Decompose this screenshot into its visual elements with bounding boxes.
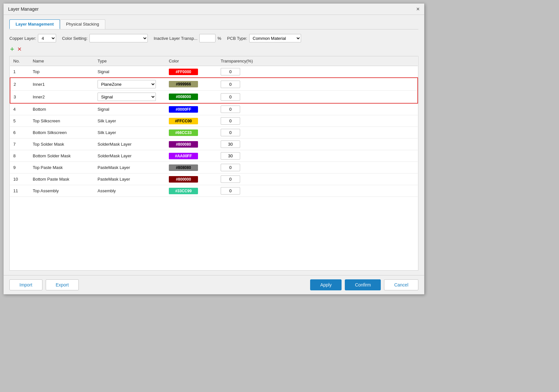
color-badge[interactable]: #008000	[169, 94, 198, 100]
color-setting-select[interactable]	[89, 34, 148, 42]
cell-color[interactable]: #AA00FF	[166, 150, 217, 162]
tab-physical-stacking[interactable]: Physical Stacking	[60, 19, 105, 29]
table-row: 1TopSignal#FF0000	[10, 66, 418, 78]
cell-type: SolderMask Layer	[94, 139, 166, 150]
cell-type: Signal	[94, 66, 166, 78]
cell-no: 5	[10, 115, 29, 127]
export-button[interactable]: Export	[46, 279, 79, 290]
pcb-type-label: PCB Type:	[227, 36, 247, 41]
color-badge[interactable]: #0000FF	[169, 106, 198, 113]
dialog-title: Layer Manager	[8, 6, 39, 12]
apply-button[interactable]: Apply	[310, 279, 342, 290]
color-badge[interactable]: #800000	[169, 176, 198, 183]
cell-no: 6	[10, 127, 29, 139]
color-badge[interactable]: #999966	[169, 81, 198, 87]
layer-manager-dialog: Layer Manager × Layer Management Physica…	[3, 3, 425, 295]
cell-transparency[interactable]	[217, 174, 418, 185]
table-row: 8Bottom Solder MaskSolderMask Layer#AA00…	[10, 150, 418, 162]
pcb-type-group: PCB Type: Common Material High Frequency…	[227, 34, 301, 42]
footer-left: Import Export	[9, 279, 79, 290]
delete-layer-button[interactable]: ×	[17, 46, 22, 53]
tab-layer-management[interactable]: Layer Management	[9, 19, 60, 29]
cell-transparency[interactable]	[217, 115, 418, 127]
table-row: 3Inner2SignalPlaneZoneSilk LayerSolderMa…	[10, 91, 418, 104]
cell-color[interactable]: #66CC33	[166, 127, 217, 139]
transparency-input[interactable]	[221, 164, 240, 171]
table-row: 2Inner1SignalPlaneZoneSilk LayerSolderMa…	[10, 78, 418, 91]
inactive-layer-label: Inactive Layer Transp...	[154, 36, 197, 41]
transparency-input[interactable]	[221, 106, 240, 113]
cell-transparency[interactable]	[217, 162, 418, 174]
transparency-input[interactable]	[221, 175, 240, 183]
cell-transparency[interactable]	[217, 150, 418, 162]
cell-transparency[interactable]	[217, 91, 418, 104]
cell-color[interactable]: #800080	[166, 139, 217, 150]
cancel-button[interactable]: Cancel	[384, 279, 418, 290]
controls-row: Copper Layer: 4 2 6 8 Color Setting: Ina…	[9, 34, 418, 42]
transparency-input[interactable]	[221, 93, 240, 101]
inactive-layer-group: Inactive Layer Transp... 50 %	[154, 34, 221, 42]
import-button[interactable]: Import	[9, 279, 42, 290]
cell-no: 4	[10, 103, 29, 115]
col-transparency: Transparency(%)	[217, 56, 418, 66]
type-select[interactable]: SignalPlaneZoneSilk LayerSolderMask Laye…	[98, 80, 156, 88]
transparency-input[interactable]	[221, 187, 240, 195]
cell-color[interactable]: #008000	[166, 91, 217, 104]
table-row: 6Bottom SilkscreenSilk Layer#66CC33	[10, 127, 418, 139]
dialog-body: Layer Management Physical Stacking Coppe…	[4, 15, 424, 275]
cell-color[interactable]: #FFCC00	[166, 115, 217, 127]
cell-name: Top Solder Mask	[29, 139, 94, 150]
cell-transparency[interactable]	[217, 185, 418, 197]
cell-transparency[interactable]	[217, 103, 418, 115]
cell-color[interactable]: #808080	[166, 162, 217, 174]
transparency-input[interactable]	[221, 140, 240, 148]
cell-name: Bottom Silkscreen	[29, 127, 94, 139]
cell-type[interactable]: SignalPlaneZoneSilk LayerSolderMask Laye…	[94, 78, 166, 91]
title-bar: Layer Manager ×	[4, 4, 424, 15]
copper-layer-label: Copper Layer:	[9, 36, 36, 41]
cell-no: 3	[10, 91, 29, 104]
add-layer-button[interactable]: +	[9, 46, 15, 53]
confirm-button[interactable]: Confirm	[345, 279, 381, 290]
cell-type: Assembly	[94, 185, 166, 197]
cell-name: Top Assembly	[29, 185, 94, 197]
cell-transparency[interactable]	[217, 139, 418, 150]
color-badge[interactable]: #AA00FF	[169, 153, 198, 159]
table-row: 4BottomSignal#0000FF	[10, 103, 418, 115]
cell-color[interactable]: #FF0000	[166, 66, 217, 78]
col-color: Color	[166, 56, 217, 66]
transparency-input[interactable]	[221, 129, 240, 136]
cell-type[interactable]: SignalPlaneZoneSilk LayerSolderMask Laye…	[94, 91, 166, 104]
cell-transparency[interactable]	[217, 127, 418, 139]
cell-type: Signal	[94, 103, 166, 115]
cell-color[interactable]: #999966	[166, 78, 217, 91]
cell-color[interactable]: #800000	[166, 174, 217, 185]
type-select[interactable]: SignalPlaneZoneSilk LayerSolderMask Laye…	[98, 93, 156, 101]
transparency-input[interactable]	[221, 81, 240, 88]
cell-name: Bottom	[29, 103, 94, 115]
close-button[interactable]: ×	[416, 6, 420, 12]
cell-name: Top Silkscreen	[29, 115, 94, 127]
transparency-input[interactable]	[221, 68, 240, 75]
cell-transparency[interactable]	[217, 78, 418, 91]
cell-name: Inner2	[29, 91, 94, 104]
transparency-input[interactable]	[221, 152, 240, 160]
layer-table: No. Name Type Color Transparency(%) 1Top…	[10, 56, 418, 197]
copper-layer-select[interactable]: 4 2 6 8	[38, 34, 56, 42]
cell-no: 1	[10, 66, 29, 78]
color-badge[interactable]: #FF0000	[169, 69, 198, 75]
inactive-layer-input[interactable]: 50	[199, 34, 215, 42]
table-header: No. Name Type Color Transparency(%)	[10, 56, 418, 66]
cell-color[interactable]: #33CC99	[166, 185, 217, 197]
pcb-type-select[interactable]: Common Material High Frequency Metal Bas…	[249, 34, 301, 42]
color-badge[interactable]: #33CC99	[169, 188, 198, 194]
transparency-input[interactable]	[221, 117, 240, 125]
color-badge[interactable]: #808080	[169, 164, 198, 171]
color-badge[interactable]: #66CC33	[169, 129, 198, 136]
cell-name: Bottom Solder Mask	[29, 150, 94, 162]
cell-color[interactable]: #0000FF	[166, 103, 217, 115]
color-setting-group: Color Setting:	[62, 34, 148, 42]
color-badge[interactable]: #FFCC00	[169, 118, 198, 124]
color-badge[interactable]: #800080	[169, 141, 198, 148]
cell-transparency[interactable]	[217, 66, 418, 78]
